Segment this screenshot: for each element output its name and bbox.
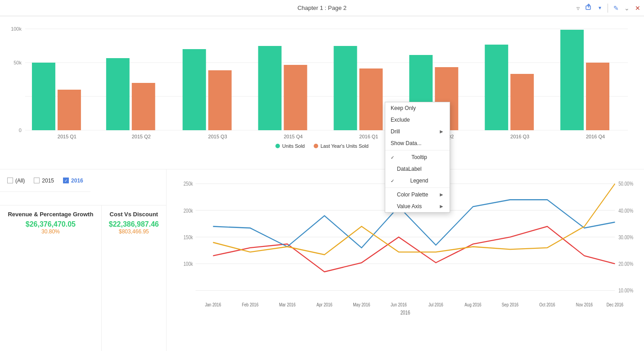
svg-text:2015 Q4: 2015 Q4: [284, 134, 302, 139]
svg-text:2015 Q2: 2015 Q2: [132, 134, 151, 139]
year-filter-2016[interactable]: ✓ 2016: [63, 178, 83, 184]
svg-text:Jan 2016: Jan 2016: [205, 302, 221, 307]
svg-text:30.00%: 30.00%: [618, 234, 633, 240]
page-title: Chapter 1 : Page 2: [297, 5, 347, 11]
year-filter: (All) 2015 ✓ 2016: [0, 169, 90, 192]
svg-text:Sep 2016: Sep 2016: [502, 302, 518, 307]
revenue-value: $26,376,470.05: [7, 220, 94, 228]
svg-text:May 2016: May 2016: [353, 302, 370, 307]
svg-text:Dec 2016: Dec 2016: [607, 302, 623, 307]
menu-tooltip[interactable]: ✓ Tooltip: [385, 151, 450, 163]
units-sold-label: Units Sold: [282, 143, 305, 149]
menu-color-palette[interactable]: Color Palette ►: [385, 189, 450, 201]
bar-2016q3-lastyear[interactable]: [510, 74, 534, 130]
svg-text:Nov 2016: Nov 2016: [576, 302, 593, 307]
share-icon[interactable]: [585, 4, 592, 12]
bar-2016q1-units[interactable]: [333, 46, 357, 130]
menu-legend-label: Legend: [410, 178, 428, 184]
svg-text:Jun 2016: Jun 2016: [391, 302, 407, 307]
svg-text:Oct 2016: Oct 2016: [539, 302, 555, 307]
svg-text:100k: 100k: [11, 26, 22, 32]
last-year-units-dot: [314, 144, 318, 148]
bar-2016q4-units[interactable]: [560, 30, 584, 130]
bar-2015q3-units[interactable]: [183, 49, 206, 130]
year-filter-all[interactable]: (All): [7, 178, 25, 184]
svg-text:2015 Q1: 2015 Q1: [58, 134, 77, 139]
svg-text:Jul 2016: Jul 2016: [428, 302, 443, 307]
svg-text:150k: 150k: [184, 234, 194, 240]
svg-text:2016 Q1: 2016 Q1: [359, 134, 378, 139]
svg-text:Mar 2016: Mar 2016: [279, 302, 296, 307]
cost-title: Cost Vs Discount: [109, 211, 159, 218]
all-checkbox[interactable]: [7, 178, 13, 183]
header-toolbar: ▿ ▼ ✎ ⌄ ✕: [576, 4, 640, 13]
bar-2015q1-units[interactable]: [32, 63, 55, 130]
main-content: 100k 50k 0 2015 Q1 2015 Q2 2015 Q3 2015: [0, 16, 644, 351]
all-label: (All): [15, 178, 25, 184]
svg-text:Feb 2016: Feb 2016: [242, 302, 258, 307]
tooltip-check-icon: ✓: [391, 155, 394, 160]
menu-datalabel[interactable]: DataLabel: [385, 163, 450, 175]
year2016-checkbox[interactable]: ✓: [63, 178, 69, 183]
svg-text:Aug 2016: Aug 2016: [464, 302, 481, 307]
bar-2016q3-units[interactable]: [485, 45, 508, 130]
menu-drill[interactable]: Drill ►: [385, 126, 450, 137]
cost-value: $22,386,987.46: [109, 220, 159, 228]
year-filter-2015[interactable]: 2015: [34, 178, 54, 184]
filter-icon[interactable]: ▿: [576, 5, 580, 12]
edit-icon[interactable]: ✎: [613, 5, 619, 12]
menu-value-axis-label: Value Axis: [397, 203, 422, 210]
menu-datalabel-label: DataLabel: [397, 166, 422, 172]
cost-sub: $803,466.95: [109, 228, 159, 235]
svg-text:Apr 2016: Apr 2016: [316, 302, 332, 307]
menu-exclude[interactable]: Exclude: [385, 114, 450, 126]
bar-2015q2-units[interactable]: [106, 58, 130, 130]
legend-last-year-units: Last Year's Units Sold: [314, 143, 369, 149]
menu-legend[interactable]: ✓ Legend: [385, 175, 450, 187]
bar-2015q2-lastyear[interactable]: [132, 83, 155, 130]
close-icon[interactable]: ✕: [635, 5, 640, 12]
svg-text:50k: 50k: [14, 60, 22, 65]
metrics-row: (All) 2015 ✓ 2016: [0, 169, 166, 205]
menu-separator-2: [385, 187, 450, 188]
svg-text:200k: 200k: [184, 208, 194, 214]
share-chevron-icon[interactable]: ▼: [598, 5, 602, 10]
expand-icon[interactable]: ⌄: [624, 5, 630, 12]
menu-keep-only[interactable]: Keep Only: [385, 102, 450, 114]
revenue-title: Revenue & Percentage Growth: [7, 211, 94, 218]
revenue-panel: Revenue & Percentage Growth $26,376,470.…: [0, 205, 102, 351]
bar-chart-container[interactable]: 100k 50k 0 2015 Q1 2015 Q2 2015 Q3 2015: [7, 20, 637, 141]
bar-chart-section: 100k 50k 0 2015 Q1 2015 Q2 2015 Q3 2015: [0, 16, 644, 169]
menu-show-data-label: Show Data...: [391, 140, 422, 146]
bar-2015q4-lastyear[interactable]: [284, 65, 307, 130]
svg-text:2016: 2016: [401, 310, 410, 315]
last-year-units-label: Last Year's Units Sold: [320, 143, 369, 149]
color-palette-arrow-icon: ►: [439, 191, 444, 198]
menu-exclude-label: Exclude: [391, 117, 410, 123]
svg-text:40.00%: 40.00%: [618, 208, 633, 214]
cost-panel: Cost Vs Discount $22,386,987.46 $803,466…: [102, 205, 166, 351]
legend-check-icon: ✓: [391, 178, 394, 183]
bar-2016q1-lastyear[interactable]: [359, 68, 383, 130]
left-panel: (All) 2015 ✓ 2016: [0, 169, 167, 351]
menu-tooltip-label: Tooltip: [411, 154, 427, 160]
kpi-panels: Revenue & Percentage Growth $26,376,470.…: [0, 205, 166, 351]
page-header: Chapter 1 : Page 2 ▿ ▼ ✎ ⌄ ✕: [0, 0, 644, 16]
menu-show-data[interactable]: Show Data...: [385, 137, 450, 149]
revenue-percent: 30.80%: [7, 228, 94, 235]
bar-2015q3-lastyear[interactable]: [208, 70, 232, 130]
svg-text:10.00%: 10.00%: [618, 287, 633, 293]
bar-2016q4-lastyear[interactable]: [586, 63, 609, 130]
value-axis-arrow-icon: ►: [439, 203, 444, 210]
bottom-section: (All) 2015 ✓ 2016: [0, 169, 644, 351]
bar-chart-legend: Units Sold Last Year's Units Sold: [7, 143, 637, 149]
svg-text:2016 Q4: 2016 Q4: [586, 134, 605, 139]
svg-text:100k: 100k: [184, 261, 194, 267]
year2015-label: 2015: [42, 178, 54, 184]
bar-2015q1-lastyear[interactable]: [58, 90, 81, 130]
year2015-checkbox[interactable]: [34, 178, 40, 183]
bar-2015q4-units[interactable]: [258, 46, 282, 130]
menu-value-axis[interactable]: Value Axis ►: [385, 201, 450, 212]
bar-chart-svg: 100k 50k 0 2015 Q1 2015 Q2 2015 Q3 2015: [7, 20, 637, 141]
menu-keep-only-label: Keep Only: [391, 105, 416, 111]
